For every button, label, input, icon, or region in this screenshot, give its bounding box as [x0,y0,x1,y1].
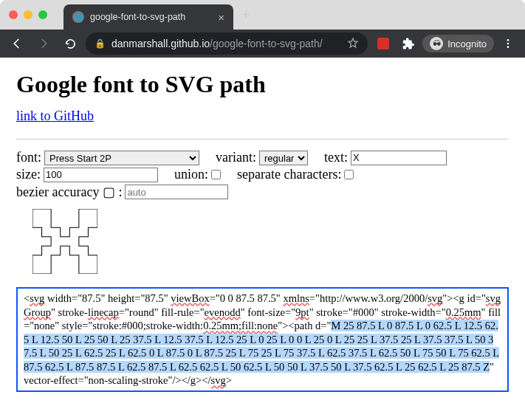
maximize-window-button[interactable] [38,10,47,19]
new-tab-button[interactable]: + [242,7,250,23]
browser-toolbar: 🔒 danmarshall.github.io/google-font-to-s… [0,30,525,58]
separate-checkbox[interactable] [344,170,354,179]
divider [16,139,509,140]
text-input[interactable] [351,151,447,165]
close-tab-icon[interactable]: × [218,11,224,24]
incognito-indicator[interactable]: 🕶 Incognito [422,35,494,52]
window-titlebar: 🌐 google-font-to-svg-path × + [0,0,525,30]
page-title: Google font to SVG path [16,71,509,98]
address-bar[interactable]: 🔒 danmarshall.github.io/google-font-to-s… [86,32,368,55]
svg-preview [32,209,509,277]
svg-point-2 [507,46,509,48]
size-input[interactable] [44,168,158,182]
extension-ublock-icon[interactable] [372,32,394,55]
union-checkbox[interactable] [211,170,221,179]
size-label: size: [16,167,41,182]
font-label: font: [16,150,41,165]
browser-tab[interactable]: 🌐 google-font-to-svg-path × [64,4,233,30]
separate-label: separate characters: [237,167,341,182]
variant-select[interactable]: regular [259,151,308,165]
traffic-lights [9,10,47,19]
svg-point-0 [507,39,509,41]
forward-button[interactable] [32,32,55,55]
url-text: danmarshall.github.io/google-font-to-svg… [111,38,323,49]
reload-button[interactable] [59,32,81,55]
svg-output-textbox[interactable]: <svg width="87.5" height="87.5" viewBox=… [16,287,509,392]
text-label: text: [324,150,348,165]
tab-favicon: 🌐 [72,11,84,23]
minimize-window-button[interactable] [24,10,32,19]
extensions-puzzle-icon[interactable] [397,32,419,55]
svg-point-1 [507,43,509,45]
font-select[interactable]: Press Start 2P [44,151,199,165]
incognito-icon: 🕶 [430,37,443,50]
lock-icon: 🔒 [95,38,106,49]
tab-title: google-font-to-svg-path [90,12,185,22]
bezier-input[interactable] [125,185,228,199]
variant-label: variant: [216,150,256,165]
github-link[interactable]: link to GitHub [16,109,94,123]
close-window-button[interactable] [9,10,18,19]
bookmark-star-icon[interactable] [347,37,359,51]
page-content: Google font to SVG path link to GitHub f… [0,58,525,405]
back-button[interactable] [6,32,28,55]
union-label: union: [174,167,208,182]
chrome-menu-button[interactable] [497,32,519,55]
bezier-label: bezier accuracy ▢ : [16,184,122,200]
